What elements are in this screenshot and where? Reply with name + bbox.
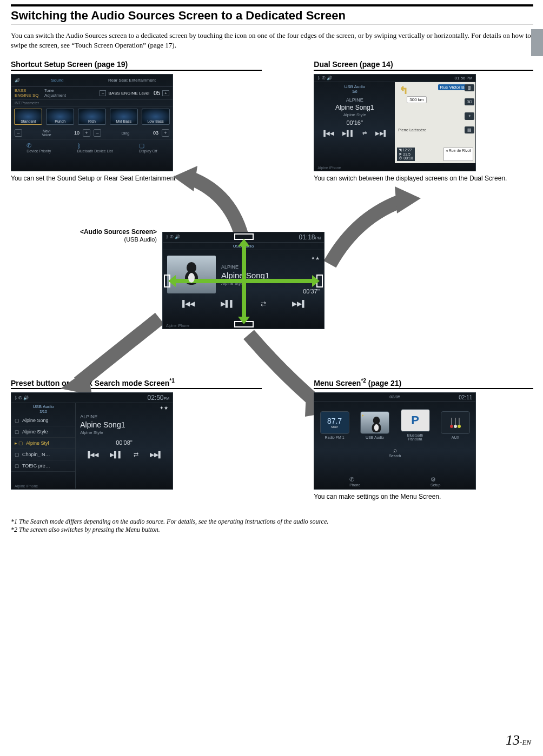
map-time3: 00:18 bbox=[403, 156, 413, 160]
navi-vol-down-button[interactable]: – bbox=[15, 129, 22, 137]
shuffle-button[interactable]: ⇄ bbox=[134, 451, 138, 458]
section-top-bar bbox=[11, 4, 533, 6]
section-preset: Preset button or Quick Search mode Scree… bbox=[11, 378, 262, 501]
clock-time: 01:18 bbox=[299, 233, 315, 241]
screenshot-shortcut: 🔊 Sound Rear Seat Entertainment BASS ENG… bbox=[11, 74, 173, 171]
playpause-button[interactable]: ▶▌▌ bbox=[110, 451, 123, 458]
screenshot-preset: ᛒ ✆ 🔊 02:50PM USB Audio3/10 ▢Alpine Song… bbox=[11, 392, 173, 490]
page-number: 13-EN bbox=[506, 732, 531, 748]
map-poi: Pierre Latécoère bbox=[398, 128, 426, 132]
prev-button[interactable]: ▐◀◀ bbox=[180, 300, 195, 307]
navi-vol-up-button[interactable]: + bbox=[83, 129, 90, 137]
label-bass-level: BASS ENGINE Level bbox=[108, 91, 149, 96]
shuffle-button[interactable]: ⇄ bbox=[261, 300, 266, 307]
map-panel[interactable]: Rue Victor Balta 300 km 🗑 3D ⌖ ▤ Pierre … bbox=[395, 82, 475, 163]
folder-icon: ▢ bbox=[15, 429, 19, 434]
playpause-button[interactable]: ▶▌▌ bbox=[221, 300, 235, 307]
track-count: 1/6 bbox=[352, 90, 357, 93]
eq-option[interactable]: Punch bbox=[46, 109, 74, 125]
song-text: Alpine Song1 bbox=[317, 104, 392, 111]
map-trash-button[interactable]: 🗑 bbox=[465, 84, 474, 91]
map-dist2: 23.5 bbox=[403, 152, 410, 156]
map-distance: 300 km bbox=[407, 96, 426, 103]
map-time1: 12:27 bbox=[402, 148, 412, 152]
heading-dual: Dual Screen (page 14) bbox=[314, 60, 533, 71]
menu-card-aux[interactable]: AUX bbox=[439, 411, 472, 439]
bt-list-button[interactable]: ᛒBluetooth Device List bbox=[77, 143, 113, 153]
phone-icon: ✆ bbox=[27, 142, 31, 149]
status-icons: ᛒ ✆ 🔊 bbox=[166, 235, 180, 239]
label-tone[interactable]: Tone Adjustment bbox=[44, 88, 74, 98]
artist-text: ALPINE bbox=[317, 97, 392, 103]
swipe-left-arrow-icon bbox=[168, 275, 176, 287]
menu-setup-button[interactable]: ⚙Setup bbox=[431, 476, 440, 487]
svg-point-1 bbox=[454, 425, 457, 428]
next-button[interactable]: ▶▶▌ bbox=[150, 451, 163, 458]
clock-ampm: PM bbox=[467, 76, 473, 80]
date-label: 02/05 bbox=[389, 394, 400, 399]
menu-card-radio[interactable]: 87.7MHz Radio FM 1 bbox=[319, 411, 351, 439]
heading-menu: Menu Screen*2 (page 21) bbox=[314, 378, 533, 390]
list-item[interactable]: ▸▢Alpine Styl bbox=[11, 438, 75, 449]
map-compass-button[interactable]: ⌖ bbox=[465, 112, 474, 120]
next-button[interactable]: ▶▶▌ bbox=[292, 300, 307, 307]
tab-sound[interactable]: Sound bbox=[20, 78, 95, 83]
list-item[interactable]: ▢Chopin_ N… bbox=[11, 449, 75, 460]
ding-vol-down-button[interactable]: – bbox=[94, 129, 101, 137]
eq-option[interactable]: Standard bbox=[14, 109, 42, 125]
display-off-icon: ▢ bbox=[139, 142, 144, 149]
page-title: Switching the Audio Sources Screen to a … bbox=[11, 9, 533, 23]
svg-point-0 bbox=[450, 425, 453, 428]
eq-option[interactable]: Low Bass bbox=[142, 109, 170, 125]
map-layers-button[interactable]: ▤ bbox=[465, 126, 474, 133]
list-item[interactable]: ▢Alpine Style bbox=[11, 426, 75, 438]
search-icon: ⌕ bbox=[393, 446, 397, 454]
screenshot-menu: 02/0502:11 87.7MHz Radio FM 1 ▸ USB Audi… bbox=[314, 392, 476, 490]
menu-card-usb[interactable]: ▸ USB Audio bbox=[359, 411, 391, 439]
map-3d-button[interactable]: 3D bbox=[465, 98, 474, 105]
ding-vol-up-button[interactable]: + bbox=[162, 129, 169, 137]
arrow-to-dual bbox=[325, 183, 422, 270]
play-indicator-icon: ▸ bbox=[362, 413, 364, 418]
bass-plus-button[interactable]: + bbox=[162, 90, 169, 96]
album-art bbox=[167, 256, 216, 293]
clock-ampm: PM bbox=[315, 236, 321, 240]
eq-option[interactable]: Rich bbox=[78, 109, 106, 125]
screenshot-center: ᛒ ✆ 🔊 01:18PM USB Audio ✦★ ALPINE Alpine… bbox=[162, 232, 325, 329]
prev-button[interactable]: ▐◀◀ bbox=[86, 451, 99, 458]
device-priority-button[interactable]: ✆Device Priority bbox=[27, 142, 51, 153]
favorite-button[interactable]: ✦★ bbox=[80, 405, 168, 411]
album-text: Alpine Style bbox=[80, 430, 168, 435]
navi-vol-value: 10 bbox=[71, 130, 83, 136]
menu-search-button[interactable]: ⌕Search bbox=[314, 446, 475, 458]
tab-rse[interactable]: Rear Seat Entertainment bbox=[95, 78, 169, 83]
song-text: Alpine Song1 bbox=[80, 420, 168, 429]
bass-minus-button[interactable]: – bbox=[100, 90, 106, 96]
folder-icon: ▢ bbox=[15, 418, 19, 423]
pin-icon: ◥ bbox=[399, 148, 401, 152]
list-item[interactable]: ▢TOEIC pre… bbox=[11, 460, 75, 472]
menu-card-pandora[interactable]: P Bluetooth Pandora bbox=[399, 409, 432, 441]
shuffle-button[interactable]: ⇄ bbox=[362, 130, 367, 136]
next-button[interactable]: ▶▶▌ bbox=[375, 130, 388, 136]
svg-point-2 bbox=[458, 425, 461, 428]
swipe-horizontal-icon bbox=[174, 279, 314, 283]
clock-time: 02:11 bbox=[459, 394, 472, 400]
arrow-to-preset bbox=[54, 313, 162, 405]
label-navi-voice: Navi Voice bbox=[22, 129, 71, 137]
center-label: <Audio Sources Screen> bbox=[80, 228, 157, 236]
prev-button[interactable]: ▐◀◀ bbox=[322, 130, 334, 136]
menu-phone-button[interactable]: ✆Phone bbox=[349, 476, 360, 487]
display-off-button[interactable]: ▢Display Off bbox=[139, 142, 157, 153]
list-item[interactable]: ▢Alpine Song bbox=[11, 415, 75, 426]
artist-text: ALPINE bbox=[80, 414, 168, 419]
playpause-button[interactable]: ▶▌▌ bbox=[342, 130, 354, 136]
folder-icon: ▢ bbox=[18, 440, 23, 446]
footer-source: Alpine iPhone bbox=[166, 324, 189, 327]
eq-option[interactable]: Mid Bass bbox=[110, 109, 138, 125]
favorite-button[interactable]: ✦★ bbox=[221, 256, 320, 261]
album-text: Alpine Style bbox=[317, 112, 392, 117]
label-bass-sq[interactable]: BASS ENGINE SQ bbox=[15, 88, 44, 98]
map-street2: Rue de Rivoli bbox=[449, 149, 472, 152]
source-label: USB Audio bbox=[33, 404, 54, 409]
